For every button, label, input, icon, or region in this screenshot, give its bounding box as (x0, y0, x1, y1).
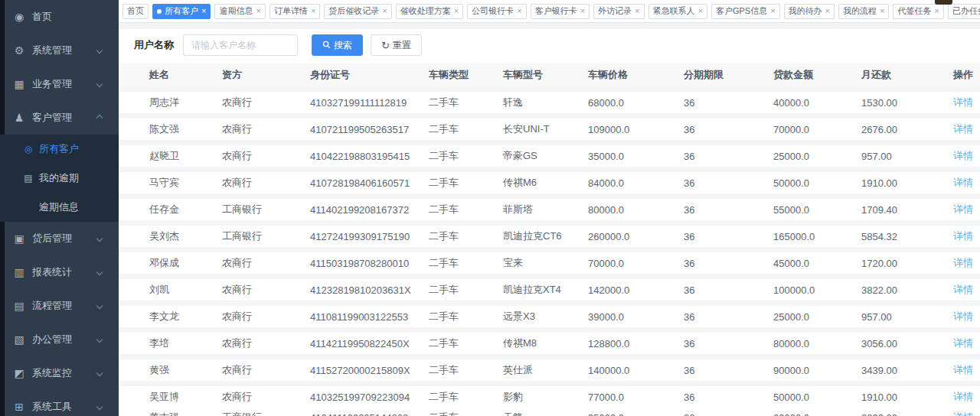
tab-visit-records[interactable]: 外访记录× (593, 4, 644, 19)
tab-all-customers[interactable]: 所有客户× (152, 4, 211, 19)
detail-link[interactable]: 详情 (953, 150, 973, 161)
cell-id_number: 411503198708280010 (295, 258, 413, 269)
cell-funder: 工商银行 (207, 229, 295, 243)
close-icon[interactable]: × (934, 7, 939, 15)
tab-overdue-info[interactable]: 逾期信息× (214, 4, 265, 19)
column-header-loan_amount: 贷款金额 (758, 68, 846, 82)
close-icon[interactable]: × (454, 7, 459, 15)
tab-company-bank-card[interactable]: 公司银行卡× (467, 4, 526, 19)
cell-installment_term: 36 (668, 392, 758, 403)
close-icon[interactable]: × (635, 7, 639, 15)
tab-my-todo[interactable]: 我的待办× (784, 4, 835, 19)
sidebar-menu: ◉首页⚙系统管理▦业务管理♟客户管理◎所有客户▤我的逾期逾期信息▣贷后管理▥报表… (0, 0, 119, 416)
avatar[interactable] (935, 0, 952, 5)
sidebar-item-label: 流程管理 (32, 299, 72, 313)
sidebar-item-process-management[interactable]: ▤流程管理 (5, 289, 119, 323)
chevron-up-icon (96, 115, 103, 121)
chevron-down-icon (96, 303, 103, 309)
cell-loan_amount: 100000.0 (758, 284, 846, 296)
close-icon[interactable]: × (880, 7, 884, 15)
detail-link[interactable]: 详情 (953, 391, 973, 402)
detail-link[interactable]: 详情 (953, 230, 973, 242)
target-icon: ◎ (23, 144, 34, 154)
tab-order-detail[interactable]: 订单详情× (270, 4, 320, 19)
close-icon[interactable]: × (580, 7, 585, 15)
chevron-down-icon (96, 269, 103, 275)
customer-name-input[interactable] (183, 34, 298, 56)
main-area: 首页所有客户×逾期信息×订单详情×贷后催收记录×催收处理方案×公司银行卡×客户银… (119, 0, 980, 416)
detail-link[interactable]: 详情 (953, 337, 973, 349)
tab-collection-plan[interactable]: 催收处理方案× (396, 4, 463, 19)
table-row: 赵晓卫农商行410422198803195415二手车帝豪GS35000.036… (119, 145, 980, 167)
tab-customer-bank-card[interactable]: 客户银行卡× (531, 4, 590, 19)
cell-funder: 农商行 (207, 96, 295, 109)
sidebar-subitem-all-customers[interactable]: ◎所有客户 (5, 135, 119, 164)
sidebar-item-system-monitor[interactable]: ◩系统监控 (5, 356, 119, 390)
cell-name: 董志强 (119, 411, 207, 416)
sidebar-item-system-tools[interactable]: ⊞系统工具 (5, 390, 119, 416)
close-icon[interactable]: × (311, 7, 315, 15)
cell-monthly_payment: 1709.40 (846, 204, 938, 216)
close-icon[interactable]: × (382, 7, 387, 15)
sidebar-item-report-statistics[interactable]: ▥报表统计 (5, 255, 119, 289)
detail-link[interactable]: 详情 (953, 411, 973, 416)
close-icon[interactable]: × (698, 7, 703, 15)
tab-emergency-contacts[interactable]: 紧急联系人× (648, 4, 707, 19)
sidebar-subitem-my-overdue[interactable]: ▤我的逾期 (5, 164, 119, 193)
detail-link[interactable]: 详情 (953, 123, 973, 135)
tab-delegate-sign-tasks[interactable]: 代签任务× (893, 4, 943, 19)
cell-vehicle_model: 传祺M8 (488, 336, 573, 350)
cell-installment_term: 36 (668, 231, 758, 242)
sidebar-item-customer-management[interactable]: ♟客户管理 (5, 101, 119, 135)
detail-link[interactable]: 详情 (953, 203, 973, 215)
sidebar-item-label: 贷后管理 (32, 232, 72, 245)
cell-id_number: 410721199505263517 (295, 124, 413, 135)
detail-link[interactable]: 详情 (953, 257, 973, 268)
cell-id_number: 410327199111112819 (295, 97, 413, 109)
tab-done-tasks[interactable]: 已办任务× (948, 4, 980, 19)
cell-vehicle_price: 142000.0 (573, 284, 668, 296)
search-button[interactable]: 搜索 (312, 34, 363, 56)
cell-vehicle_model: 菲斯塔 (488, 203, 573, 216)
close-icon[interactable]: × (825, 7, 830, 15)
cell-funder: 农商行 (207, 122, 295, 136)
cell-name: 邓保成 (119, 256, 207, 270)
sidebar-item-business-management[interactable]: ▦业务管理 (5, 67, 119, 101)
tab-label: 所有客户 (165, 5, 198, 17)
cell-installment_term: 36 (668, 365, 758, 376)
tab-my-process[interactable]: 我的流程× (838, 4, 889, 19)
close-icon[interactable]: × (201, 7, 206, 15)
sidebar-subitem-overdue-info[interactable]: 逾期信息 (5, 193, 119, 222)
chevron-down-icon (96, 236, 103, 242)
tab-customer-gps-info[interactable]: 客户GPS信息× (711, 4, 780, 19)
close-icon[interactable]: × (770, 7, 775, 15)
table-row: 周志洋农商行410327199111112819二手车轩逸68000.03640… (119, 92, 980, 113)
tab-label: 外访记录 (598, 5, 632, 17)
detail-link[interactable]: 详情 (953, 96, 973, 108)
cell-name: 吴亚博 (119, 390, 207, 404)
sidebar-item-label: 系统工具 (32, 400, 72, 414)
cell-loan_amount: 40000.0 (758, 97, 846, 109)
cell-vehicle_price: 95000.0 (573, 412, 668, 416)
sidebar-item-post-loan-management[interactable]: ▣贷后管理 (5, 222, 119, 255)
close-icon[interactable]: × (517, 7, 521, 15)
detail-link[interactable]: 详情 (953, 177, 973, 188)
tab-label: 逾期信息 (219, 5, 253, 17)
cell-funder: 农商行 (207, 336, 295, 350)
sidebar-item-home[interactable]: ◉首页 (5, 0, 119, 34)
detail-link[interactable]: 详情 (953, 310, 973, 322)
active-dot-icon (157, 9, 162, 14)
detail-link[interactable]: 详情 (953, 364, 973, 375)
cell-vehicle_price: 128800.0 (573, 338, 668, 349)
sidebar-item-system-management[interactable]: ⚙系统管理 (5, 34, 119, 67)
tab-label: 公司银行卡 (472, 5, 514, 17)
tab-label: 首页 (127, 5, 144, 17)
reset-button[interactable]: ↻ 重置 (371, 34, 422, 56)
table-row: 吴亚博农商行410325199709223094二手车影豹77000.03650… (119, 386, 980, 408)
close-icon[interactable]: × (256, 7, 260, 15)
cell-funder: 工商银行 (207, 203, 295, 216)
detail-link[interactable]: 详情 (953, 284, 973, 295)
tab-home[interactable]: 首页 (122, 4, 149, 19)
tab-post-loan-collection-records[interactable]: 贷后催收记录× (324, 4, 391, 19)
sidebar-item-office-management[interactable]: ▧办公管理 (5, 323, 119, 356)
